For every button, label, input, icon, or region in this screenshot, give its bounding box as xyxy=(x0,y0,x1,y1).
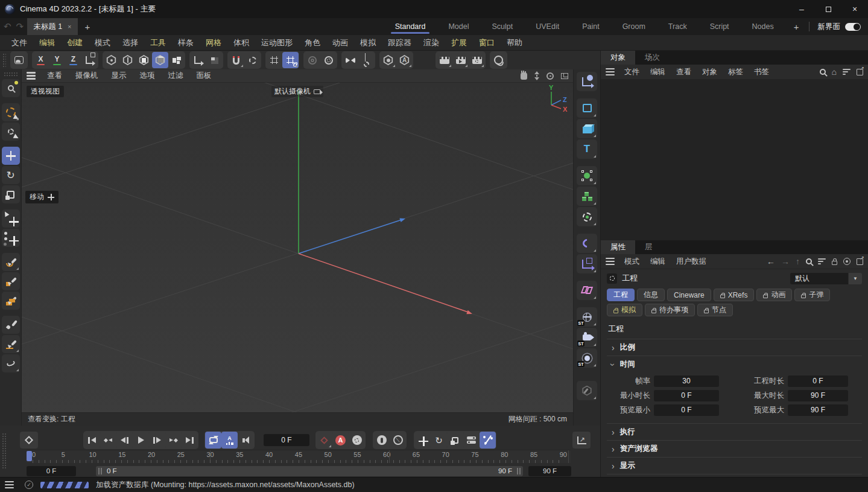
lock-icon[interactable] xyxy=(832,261,837,265)
record-position-button[interactable] xyxy=(414,432,431,449)
menu-help[interactable]: 帮助 xyxy=(501,36,528,50)
document-tab[interactable]: 未标题 1 × xyxy=(27,18,77,35)
project-length-field[interactable]: 0 F xyxy=(788,375,848,387)
autokey-button[interactable]: A xyxy=(332,432,349,449)
workplane-button[interactable] xyxy=(190,52,206,68)
attr-tab-bullet[interactable]: 子弹 xyxy=(794,289,830,301)
snap-button[interactable] xyxy=(228,52,244,68)
keyframe-selection-button[interactable] xyxy=(349,432,365,449)
attr-tab-todo[interactable]: 待办事项 xyxy=(645,304,695,316)
symmetry-button[interactable] xyxy=(342,52,358,68)
open-external-icon[interactable] xyxy=(857,69,863,75)
edges-mode-button[interactable] xyxy=(119,52,136,68)
target-icon[interactable] xyxy=(843,258,851,265)
hamburger-icon[interactable] xyxy=(606,68,615,76)
preset-value[interactable]: 默认 xyxy=(790,273,848,284)
undo-icon[interactable]: ↶ xyxy=(4,21,11,32)
hamburger-icon[interactable] xyxy=(606,258,615,266)
falloff-button[interactable] xyxy=(304,52,320,68)
menu-animate[interactable]: 动画 xyxy=(327,36,353,50)
attr-tab-cineware[interactable]: Cineware xyxy=(667,289,711,301)
record-rotation-button[interactable]: ↻ xyxy=(431,432,447,449)
axis-x-button[interactable]: X xyxy=(33,52,49,68)
orbit-icon[interactable] xyxy=(546,72,554,80)
menu-character[interactable]: 角色 xyxy=(299,36,326,50)
volume-builder-button[interactable] xyxy=(577,207,597,226)
fcurve-window-button[interactable]: ↗ xyxy=(572,432,591,449)
quantize-button[interactable] xyxy=(266,52,282,68)
layout-tab-track[interactable]: Track xyxy=(657,18,699,35)
attr-tab-info[interactable]: 信息 xyxy=(637,289,665,301)
record-keyframe-button[interactable] xyxy=(316,432,332,449)
back-icon[interactable]: ← xyxy=(767,257,775,266)
menu-simulate[interactable]: 模拟 xyxy=(355,36,381,50)
light-object-button[interactable]: ST xyxy=(577,348,597,368)
attr-tab-simulation[interactable]: 模拟 xyxy=(607,304,642,316)
make-editable-button[interactable] xyxy=(577,381,597,400)
zoom-icon[interactable] xyxy=(534,71,539,80)
om-menu-view[interactable]: 查看 xyxy=(671,66,696,78)
axis-gizmo[interactable]: Y Z X xyxy=(543,85,569,112)
timeline-grip[interactable] xyxy=(2,433,6,469)
tab-takes[interactable]: 场次 xyxy=(635,51,670,65)
menu-tools[interactable]: 工具 xyxy=(145,36,171,50)
preview-min-field[interactable]: 0 F xyxy=(654,404,719,416)
fps-field[interactable]: 30 xyxy=(654,375,719,387)
points-mode-button[interactable] xyxy=(103,52,119,68)
add-document-tab-button[interactable]: + xyxy=(78,18,98,35)
keyframe-rotation-circle-button[interactable]: ⟍ xyxy=(390,432,406,449)
asset-browser-button[interactable] xyxy=(11,52,27,68)
menu-select[interactable]: 选择 xyxy=(117,36,144,50)
menu-spline[interactable]: 样条 xyxy=(173,36,199,50)
auto-mode-button[interactable]: A xyxy=(396,52,413,68)
maximize-button[interactable] xyxy=(815,0,841,18)
spline-smooth-button[interactable] xyxy=(2,354,20,372)
sketch-spline-button[interactable] xyxy=(2,335,20,353)
om-menu-bookmarks[interactable]: 书签 xyxy=(749,66,774,78)
render-view-button[interactable] xyxy=(436,52,452,68)
range-grip-right[interactable] xyxy=(517,468,521,474)
menu-extensions[interactable]: 扩展 xyxy=(446,36,472,50)
camera-object-button[interactable]: ST xyxy=(577,328,597,347)
min-time-field[interactable]: 0 F xyxy=(654,390,719,401)
menu-volume[interactable]: 体积 xyxy=(228,36,255,50)
text-button[interactable]: T xyxy=(577,139,597,159)
viewport-menu-view[interactable]: 查看 xyxy=(42,69,68,82)
menu-file[interactable]: 文件 xyxy=(6,36,33,50)
next-key-button[interactable] xyxy=(165,432,182,449)
menu-mode[interactable]: 模式 xyxy=(89,36,116,50)
layout-tab-paint[interactable]: Paint xyxy=(571,18,611,35)
previous-key-button[interactable] xyxy=(100,432,116,449)
keyframe-position-circle-button[interactable] xyxy=(373,432,390,449)
om-menu-file[interactable]: 文件 xyxy=(619,66,644,78)
attr-tab-project[interactable]: 工程 xyxy=(607,289,635,301)
minimize-button[interactable]: – xyxy=(788,0,815,18)
play-all-frames-button[interactable]: A xyxy=(221,432,238,449)
tab-attributes[interactable]: 属性 xyxy=(601,240,635,254)
record-scale-button[interactable] xyxy=(447,432,463,449)
spline-rectangle-button[interactable] xyxy=(577,98,597,118)
next-frame-button[interactable] xyxy=(149,432,165,449)
axis-y-button[interactable]: Y xyxy=(49,52,65,68)
preview-max-field[interactable]: 90 F xyxy=(788,404,848,416)
point-edit-move-button[interactable] xyxy=(2,229,20,247)
preset-dropdown[interactable]: 默认 ▼ xyxy=(790,273,862,284)
viewport-menu-options[interactable]: 选项 xyxy=(135,69,160,82)
range-grip-left[interactable] xyxy=(98,468,102,474)
tweak-tool-button[interactable] xyxy=(2,123,20,141)
field-button[interactable] xyxy=(577,281,597,300)
document-tab-close-icon[interactable]: × xyxy=(68,23,71,30)
attr-menu-userdata[interactable]: 用户数据 xyxy=(671,255,711,268)
sphere-swoosh-button[interactable] xyxy=(490,52,507,68)
subdivision-surface-button[interactable] xyxy=(577,166,597,185)
search-icon[interactable] xyxy=(806,258,812,264)
bend-deformer-button[interactable] xyxy=(577,234,597,253)
view-label[interactable]: 透视视图 xyxy=(27,86,64,97)
viewport-menu-display[interactable]: 显示 xyxy=(106,69,132,82)
pan-hand-icon[interactable] xyxy=(521,72,527,80)
layout-tab-nodes[interactable]: Nodes xyxy=(741,18,785,35)
range-start-field[interactable]: 0 F xyxy=(27,466,76,476)
goto-end-button[interactable] xyxy=(182,432,198,449)
menu-tracker[interactable]: 跟踪器 xyxy=(382,36,417,50)
viewport-solo-button[interactable] xyxy=(380,52,396,68)
